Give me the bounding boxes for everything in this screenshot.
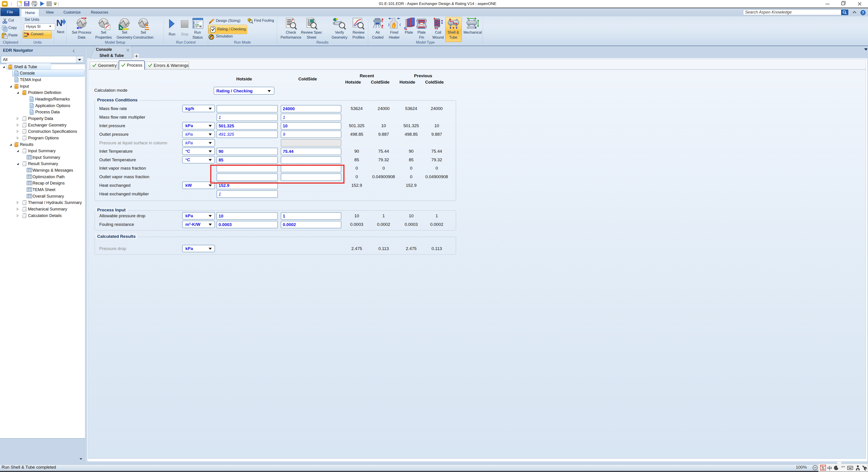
svg-text:cm: cm — [24, 35, 27, 37]
svg-text:in: in — [24, 32, 26, 34]
svg-text:N: N — [56, 19, 62, 28]
svg-text:?: ? — [862, 11, 864, 15]
svg-text:五: 五 — [821, 466, 825, 470]
